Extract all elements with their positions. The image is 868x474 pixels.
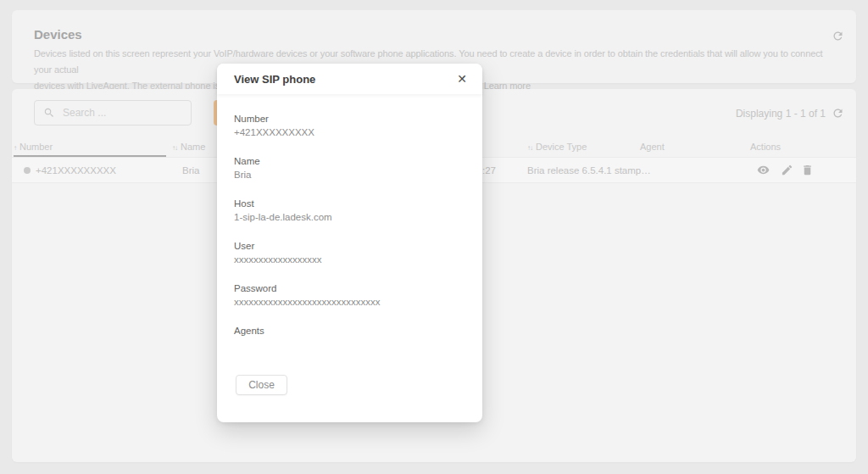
sort-asc-icon: ↑ xyxy=(14,144,16,152)
field-host: Host 1-sip-la-de.ladesk.com xyxy=(234,197,465,224)
modal-header: View SIP phone ✕ xyxy=(217,64,482,94)
row-cell-partial-value: :27 xyxy=(482,165,496,176)
sort-icon: ↑↓ xyxy=(527,144,532,152)
row-cell-name: Bria xyxy=(182,165,199,176)
field-label: Number xyxy=(234,112,465,125)
refresh-list-icon[interactable] xyxy=(832,107,844,120)
modal-title: View SIP phone xyxy=(234,73,315,86)
pagination: Displaying 1 - 1 of 1 xyxy=(736,107,844,120)
column-header-name[interactable]: ↑↓Name xyxy=(172,142,205,152)
column-header-number[interactable]: ↑Number xyxy=(14,142,53,152)
column-header-actions: Actions xyxy=(750,142,781,152)
field-value: xxxxxxxxxxxxxxxxxx xyxy=(234,253,465,266)
delete-device-icon[interactable] xyxy=(801,164,814,176)
search-input[interactable] xyxy=(63,107,181,119)
close-button[interactable]: Close xyxy=(236,375,287,395)
row-cell-number: +421XXXXXXXXX xyxy=(36,165,116,176)
modal-body: Number +421XXXXXXXXX Name Bria Host 1-si… xyxy=(217,94,482,351)
field-password: Password xxxxxxxxxxxxxxxxxxxxxxxxxxxxxx xyxy=(234,282,465,309)
device-status-dot xyxy=(24,167,31,174)
field-label: User xyxy=(234,239,465,253)
refresh-icon[interactable] xyxy=(832,30,845,43)
field-label: Name xyxy=(234,154,465,168)
field-agents: Agents xyxy=(234,324,465,351)
close-icon[interactable]: ✕ xyxy=(455,71,469,86)
field-value: xxxxxxxxxxxxxxxxxxxxxxxxxxxxxx xyxy=(234,295,465,309)
page-title: Devices xyxy=(34,27,82,42)
field-number: Number +421XXXXXXXXX xyxy=(234,112,465,139)
view-device-icon[interactable] xyxy=(757,164,770,176)
column-header-device-type[interactable]: ↑↓Device Type xyxy=(527,142,587,152)
edit-device-icon[interactable] xyxy=(781,164,793,176)
field-value: +421XXXXXXXXX xyxy=(234,125,465,139)
column-header-agent: Agent xyxy=(640,142,665,152)
field-label: Host xyxy=(234,197,465,210)
pagination-label: Displaying 1 - 1 of 1 xyxy=(736,108,826,120)
field-value: Bria xyxy=(234,168,465,181)
row-cell-device-type: Bria release 6.5.4.1 stamp… xyxy=(527,165,651,176)
field-value: 1-sip-la-de.ladesk.com xyxy=(234,210,465,224)
search-icon xyxy=(43,107,55,119)
view-sip-phone-modal: View SIP phone ✕ Number +421XXXXXXXXX Na… xyxy=(217,64,482,422)
field-label: Agents xyxy=(234,324,465,337)
field-name: Name Bria xyxy=(234,154,465,181)
field-value xyxy=(234,337,465,351)
field-label: Password xyxy=(234,282,465,295)
search-box[interactable] xyxy=(34,100,192,125)
field-user: User xxxxxxxxxxxxxxxxxx xyxy=(234,239,465,266)
sort-icon: ↑↓ xyxy=(172,144,177,152)
